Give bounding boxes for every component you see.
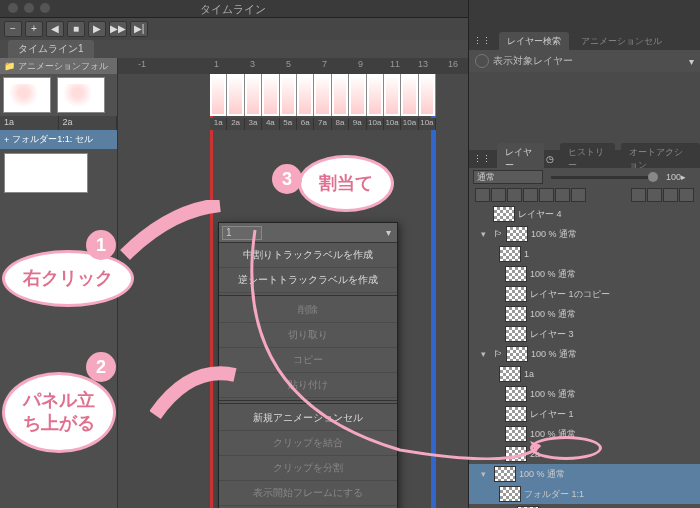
callout-1: 右クリック bbox=[2, 250, 134, 307]
playhead-start[interactable] bbox=[210, 74, 218, 508]
step-back-button[interactable]: ◀ bbox=[46, 21, 64, 37]
callout-3: 割当て bbox=[298, 155, 394, 212]
timeline-tab[interactable]: タイムライン1 bbox=[8, 40, 94, 58]
dropdown-icon[interactable]: ▾ bbox=[689, 56, 694, 67]
tab-layer-search[interactable]: レイヤー検索 bbox=[499, 32, 569, 51]
layer-row[interactable]: 🏳100 % 通常 bbox=[469, 504, 700, 508]
subtrack-2a[interactable]: 2a bbox=[59, 116, 118, 130]
stop-button[interactable]: ■ bbox=[67, 21, 85, 37]
time-ruler[interactable]: -1 1 3 5 7 9 11 13 16 bbox=[118, 58, 468, 74]
search-label: 表示対象レイヤー bbox=[493, 54, 573, 68]
tool-icon[interactable] bbox=[571, 188, 586, 202]
eye-icon[interactable] bbox=[475, 54, 489, 68]
badge-1: 1 bbox=[86, 230, 116, 260]
cell-thumb-1[interactable] bbox=[3, 77, 51, 113]
zoom-in-button[interactable]: + bbox=[25, 21, 43, 37]
stepper-icon[interactable]: ▸ bbox=[681, 172, 686, 182]
tool-icon[interactable] bbox=[631, 188, 646, 202]
panel-title: タイムライン bbox=[200, 2, 266, 17]
opacity-slider[interactable] bbox=[551, 176, 658, 179]
badge-3: 3 bbox=[272, 164, 302, 194]
callout-2: パネル立 ち上がる bbox=[2, 372, 116, 453]
zoom-out-button[interactable]: − bbox=[4, 21, 22, 37]
tool-icon[interactable] bbox=[679, 188, 694, 202]
blend-mode-select[interactable]: 通常 bbox=[473, 170, 543, 184]
frame-strip[interactable] bbox=[210, 74, 436, 116]
step-fwd-button[interactable]: ▶▶ bbox=[109, 21, 127, 37]
grip-icon[interactable]: ⋮⋮ bbox=[473, 36, 491, 46]
layer-row[interactable]: フォルダー 1:1 bbox=[469, 484, 700, 504]
tab-anim-cell[interactable]: アニメーションセル bbox=[573, 32, 670, 51]
badge-2: 2 bbox=[86, 352, 116, 382]
ctx-item: 表示開始フレームにする bbox=[219, 481, 397, 506]
folder-thumb[interactable] bbox=[4, 153, 88, 193]
tool-icon[interactable] bbox=[663, 188, 678, 202]
plus-icon: + bbox=[4, 135, 9, 145]
layer-thumb bbox=[494, 466, 516, 482]
layer-name: フォルダー 1:1 bbox=[524, 488, 584, 501]
history-icon: ◷ bbox=[546, 154, 554, 164]
subtrack-1a[interactable]: 1a bbox=[0, 116, 59, 130]
window-controls[interactable] bbox=[8, 3, 50, 13]
end-button[interactable]: ▶| bbox=[130, 21, 148, 37]
folder-icon: 📁 bbox=[4, 61, 15, 71]
folder-row[interactable]: + フォルダー1:1: セル bbox=[0, 130, 117, 149]
grip-icon[interactable]: ⋮⋮ bbox=[473, 154, 491, 164]
layer-row[interactable]: ▾100 % 通常 bbox=[469, 464, 700, 484]
frame-labels: 1a2a 3a4a 5a6a 7a8a 9a10a 10a10a 10a bbox=[210, 118, 436, 130]
tool-icon[interactable] bbox=[647, 188, 662, 202]
anim-folder-header[interactable]: 📁 アニメーションフォル bbox=[0, 58, 117, 74]
play-button[interactable]: ▶ bbox=[88, 21, 106, 37]
layer-name: 100 % 通常 bbox=[519, 468, 565, 481]
cell-thumb-2[interactable] bbox=[57, 77, 105, 113]
timeline-toolbar: − + ◀ ■ ▶ ▶▶ ▶| bbox=[0, 18, 468, 40]
expand-icon[interactable]: ▾ bbox=[481, 469, 491, 479]
layer-thumb bbox=[499, 486, 521, 502]
